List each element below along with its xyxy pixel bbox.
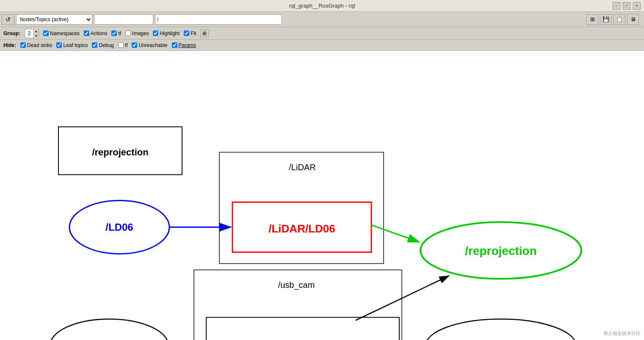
toolbar: ↺ Nodes/Topics (active) Nodes only Nodes… (0, 12, 644, 27)
toolbar-icons: ⊞ 💾 📋 🖥 (586, 14, 639, 25)
reprojection-top-label: /reprojection (92, 147, 148, 158)
highlight-label: Highlight (160, 30, 180, 36)
actions-checkbox-label[interactable]: Actions (84, 30, 107, 36)
graph-svg: /reprojection /LiDAR /LiDAR/LD06 /LD06 /… (0, 51, 644, 340)
images-checkbox[interactable] (125, 30, 131, 36)
watermark: 稀土掘金技术社区 (603, 330, 641, 337)
namespaces-checkbox-label[interactable]: Namespaces (43, 30, 80, 36)
usb-cam-ellipse[interactable] (50, 319, 169, 340)
save-button[interactable]: 💾 (600, 14, 612, 25)
highlight-checkbox[interactable] (153, 30, 158, 36)
spinbox-up[interactable]: ▲ (33, 29, 39, 33)
tf-checkbox-label[interactable]: tf (111, 30, 121, 36)
tf-hide-label[interactable]: tf (118, 42, 128, 48)
leaf-topics-checkbox[interactable] (56, 42, 62, 48)
unreachable-label[interactable]: Unreachable (132, 42, 167, 48)
namespaces-checkbox[interactable] (43, 30, 49, 36)
fit-checkbox[interactable] (184, 30, 189, 36)
reprojection-ellipse-label: /reprojection (465, 244, 537, 257)
namespaces-label: Namespaces (50, 30, 80, 36)
debug-label[interactable]: Debug (92, 42, 113, 48)
params-checkbox[interactable] (172, 42, 177, 48)
leaf-topics-label[interactable]: Leaf topics (56, 42, 88, 48)
window-title: rqt_graph__RosGraph - rqt (289, 3, 355, 9)
path-input[interactable] (155, 14, 282, 25)
dead-sinks-checkbox[interactable] (20, 42, 26, 48)
close-button[interactable]: × (633, 2, 641, 10)
app-window: ↺ Nodes/Topics (active) Nodes only Nodes… (0, 12, 644, 340)
grid-button[interactable]: ⊞ (200, 30, 209, 37)
window-controls[interactable]: − □ × (613, 2, 641, 10)
usb-cam-group-label: /usb_cam (278, 280, 315, 290)
paste-button[interactable]: 📋 (614, 14, 625, 25)
lidar-ld06-label: /LiDAR/LD06 (268, 222, 335, 235)
minimize-button[interactable]: − (613, 2, 620, 10)
tf-checkbox[interactable] (111, 30, 117, 36)
group-label: Group: (3, 30, 20, 36)
tf-label: tf (118, 30, 121, 36)
debug-checkbox[interactable] (92, 42, 97, 48)
actions-checkbox[interactable] (84, 30, 89, 36)
tf-hide-text: tf (125, 42, 128, 48)
dead-sinks-text: Dead sinks (27, 42, 52, 48)
usb-cam-image-raw-box[interactable] (206, 318, 399, 340)
highlight-checkbox-label[interactable]: Highlight (153, 30, 180, 36)
unreachable-text: Unreachable (138, 42, 167, 48)
refresh-button[interactable]: ↺ (2, 14, 14, 25)
debug-text: Debug (99, 42, 113, 48)
image-view-ellipse[interactable] (426, 319, 576, 340)
leaf-topics-text: Leaf topics (63, 42, 88, 48)
display-mode-dropdown[interactable]: Nodes/Topics (active) Nodes only Nodes/T… (16, 14, 92, 25)
dead-sinks-label[interactable]: Dead sinks (20, 42, 52, 48)
images-checkbox-label[interactable]: Images (125, 30, 149, 36)
images-label: Images (132, 30, 149, 36)
params-text: Params (179, 42, 196, 48)
fit-label: Fit (191, 30, 196, 36)
restore-button[interactable]: □ (623, 2, 630, 10)
graph-canvas[interactable]: /reprojection /LiDAR /LiDAR/LD06 /LD06 /… (0, 51, 644, 340)
lidar-group-label: /LiDAR (289, 163, 315, 172)
tf-hide-checkbox[interactable] (118, 42, 124, 48)
hide-bar: Hide: Dead sinks Leaf topics Debug tf Un… (0, 40, 644, 51)
actions-label: Actions (91, 30, 107, 36)
spinbox-arrows: ▲ ▼ (33, 29, 39, 38)
options-bar: Group: ▲ ▼ Namespaces Actions tf Images … (0, 27, 644, 40)
unreachable-checkbox[interactable] (132, 42, 137, 48)
copy-button[interactable]: ⊞ (586, 14, 598, 25)
params-label[interactable]: Params (172, 42, 196, 48)
ld06-label: /LD06 (105, 221, 133, 233)
screen-button[interactable]: 🖥 (627, 14, 639, 25)
group-spinbox[interactable]: ▲ ▼ (25, 29, 39, 38)
hide-label: Hide: (3, 42, 16, 48)
fit-checkbox-label[interactable]: Fit (184, 30, 196, 36)
search-input[interactable] (94, 14, 153, 25)
spinbox-down[interactable]: ▼ (33, 33, 39, 38)
title-bar: rqt_graph__RosGraph - rqt − □ × (0, 0, 644, 12)
group-value[interactable] (25, 30, 33, 36)
